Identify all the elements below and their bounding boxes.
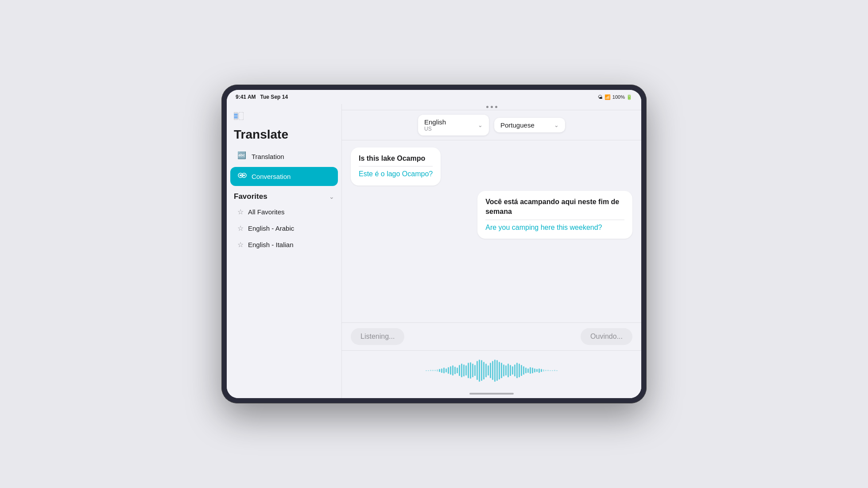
waveform-bar: [477, 361, 478, 380]
waveform-bar: [465, 365, 467, 376]
english-italian-label: English - Italian: [248, 241, 294, 248]
waveform-bar: [516, 363, 518, 378]
waveform-bar: [525, 368, 527, 373]
top-bar: [342, 104, 641, 110]
waveform-bar: [534, 368, 535, 372]
conversation-icon: [237, 171, 247, 182]
waveform-bar: [496, 360, 498, 381]
status-time: 9:41 AM Tue Sep 14: [236, 94, 288, 100]
waveform-bar: [483, 362, 484, 380]
svg-text:🔤: 🔤: [237, 151, 246, 159]
waveform-bar: [492, 361, 493, 380]
favorites-chevron-icon[interactable]: ⌄: [329, 193, 334, 200]
left-lang-chevron-icon: ⌄: [478, 122, 483, 128]
message-2-divider: [485, 220, 624, 220]
sidebar-toggle-button[interactable]: [234, 112, 244, 122]
waveform-bar: [527, 368, 529, 373]
waveform-bar: [510, 365, 511, 376]
svg-point-9: [243, 174, 245, 176]
message-2-original: Você está acampando aqui neste fim de se…: [485, 197, 624, 217]
star-icon-arabic: ☆: [237, 224, 244, 232]
waveform-bar: [541, 369, 542, 372]
waveform-bar: [439, 369, 440, 372]
waveform-bar: [552, 370, 553, 371]
waveform-bar: [474, 365, 476, 376]
english-arabic-label: English - Arabic: [248, 225, 294, 232]
waveform-bar: [463, 364, 465, 377]
ellipsis-dots: [486, 106, 497, 108]
waveform-bar: [494, 360, 496, 382]
sidebar-item-conversation[interactable]: Conversation: [230, 167, 338, 186]
message-bubble-2: Você está acampando aqui neste fim de se…: [477, 191, 632, 239]
home-bar: [469, 393, 514, 395]
waveform-bar: [443, 368, 445, 373]
language-selector-right[interactable]: Portuguese ⌄: [494, 118, 565, 132]
waveform-bar: [459, 365, 460, 376]
svg-rect-1: [239, 112, 244, 120]
language-selector-left[interactable]: English US ⌄: [418, 115, 489, 136]
waveform-bar: [448, 367, 449, 374]
waveform-bar: [437, 369, 438, 372]
message-1-original: Is this lake Ocampo: [359, 154, 433, 163]
waveform-bar: [461, 364, 462, 377]
waveform-bar: [554, 370, 555, 371]
sidebar-item-english-arabic[interactable]: ☆ English - Arabic: [234, 220, 334, 236]
waveform-bar: [532, 368, 533, 373]
waveform-bar: [545, 370, 546, 372]
waveform-bar: [426, 370, 427, 371]
waveform-bar: [481, 360, 482, 381]
waveform-bar: [450, 366, 451, 375]
message-bubble-1: Is this lake Ocampo Este é o lago Ocampo…: [351, 147, 441, 186]
waveform-bar: [536, 369, 538, 372]
waveform-bar: [530, 367, 531, 374]
sidebar-item-all-favorites[interactable]: ☆ All Favorites: [234, 204, 334, 220]
dot-3: [495, 106, 497, 108]
main-content: Translate 🔤 Translation: [227, 104, 641, 398]
star-icon-italian: ☆: [237, 240, 244, 249]
waveform-bar: [503, 364, 504, 377]
waveform-bar: [452, 365, 453, 376]
waveform-bar: [514, 364, 515, 377]
ipad-device: 9:41 AM Tue Sep 14 🌤 📶 100% 🔋: [221, 85, 647, 403]
waveform-bar: [508, 364, 509, 377]
waveform-bar: [523, 366, 524, 375]
conversation-label: Conversation: [252, 173, 291, 180]
sidebar: Translate 🔤 Translation: [227, 104, 342, 398]
waveform-bar: [521, 365, 522, 376]
waveform-bar: [543, 369, 544, 372]
waveform-bar: [432, 370, 434, 372]
all-favorites-label: All Favorites: [248, 208, 285, 216]
right-lang-chevron-icon: ⌄: [554, 122, 559, 128]
waveform-bar: [457, 368, 458, 373]
battery-icon: 100% 🔋: [612, 94, 632, 100]
right-lang-name: Portuguese: [500, 121, 535, 129]
waveform-bar: [501, 363, 502, 378]
dot-1: [486, 106, 488, 108]
waveform-bar: [488, 365, 489, 376]
listening-left-button[interactable]: Listening...: [351, 328, 404, 345]
message-2-translation: Are you camping here this weekend?: [485, 223, 624, 232]
listening-bar: Listening... Ouvindo...: [342, 322, 641, 350]
status-icons: 🌤 📶 100% 🔋: [598, 94, 632, 100]
right-panel: English US ⌄ Portuguese ⌄: [342, 104, 641, 398]
message-1-divider: [359, 166, 433, 167]
message-1-translation: Este é o lago Ocampo?: [359, 169, 433, 179]
left-lang-region: US: [424, 126, 446, 132]
sidebar-header: [227, 108, 341, 128]
favorites-title: Favorites: [234, 192, 267, 201]
waveform-bar: [550, 370, 551, 371]
waveform-bar: [446, 368, 447, 372]
waveform-bar: [499, 362, 500, 380]
svg-point-8: [240, 174, 241, 176]
ipad-screen: 9:41 AM Tue Sep 14 🌤 📶 100% 🔋: [227, 90, 641, 398]
sidebar-item-english-italian[interactable]: ☆ English - Italian: [234, 236, 334, 253]
waveform-bar: [470, 362, 471, 379]
left-language-text: English US: [424, 118, 446, 132]
waveform-bar: [547, 370, 549, 371]
listening-right-button[interactable]: Ouvindo...: [581, 328, 632, 345]
translation-icon: 🔤: [237, 151, 247, 162]
waveform-bar: [479, 360, 480, 382]
sidebar-item-translation[interactable]: 🔤 Translation: [230, 147, 338, 166]
conversation-area: Is this lake Ocampo Este é o lago Ocampo…: [342, 140, 641, 322]
sun-icon: 🌤: [598, 94, 603, 100]
